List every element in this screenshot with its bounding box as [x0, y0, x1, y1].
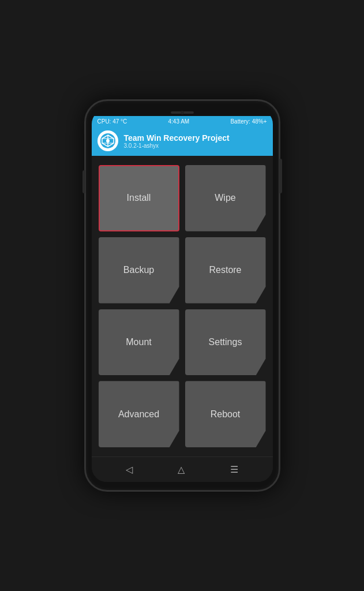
- battery-status: Battery: 48%+: [230, 118, 267, 125]
- camera-dot: [181, 111, 184, 114]
- reboot-button[interactable]: Reboot: [185, 381, 266, 447]
- svg-point-1: [106, 139, 110, 143]
- notch-area: [92, 109, 273, 116]
- twrp-logo-icon: [97, 130, 118, 151]
- back-button[interactable]: ◁: [120, 462, 138, 477]
- install-button[interactable]: Install: [99, 165, 179, 231]
- cpu-status: CPU: 47 °C: [97, 118, 127, 125]
- restore-button[interactable]: Restore: [185, 237, 266, 304]
- phone-device: CPU: 47 °C 4:43 AM Battery: 48%+ Team Wi…: [84, 99, 280, 492]
- menu-button[interactable]: ☰: [224, 462, 244, 477]
- advanced-button[interactable]: Advanced: [99, 381, 179, 447]
- nav-bar: ◁ △ ☰: [92, 457, 273, 482]
- home-button[interactable]: △: [172, 462, 190, 477]
- app-title: Team Win Recovery Project: [124, 133, 230, 143]
- mount-button[interactable]: Mount: [99, 309, 179, 376]
- app-header: Team Win Recovery Project 3.0.2-1-ashyx: [92, 127, 273, 156]
- settings-button[interactable]: Settings: [185, 309, 266, 376]
- time-status: 4:43 AM: [168, 118, 190, 125]
- status-bar: CPU: 47 °C 4:43 AM Battery: 48%+: [92, 116, 273, 127]
- wipe-button[interactable]: Wipe: [185, 165, 266, 231]
- app-title-group: Team Win Recovery Project 3.0.2-1-ashyx: [124, 133, 230, 149]
- main-menu: InstallWipeBackupRestoreMountSettingsAdv…: [92, 156, 273, 457]
- backup-button[interactable]: Backup: [99, 237, 179, 304]
- phone-screen: CPU: 47 °C 4:43 AM Battery: 48%+ Team Wi…: [92, 109, 273, 482]
- app-version: 3.0.2-1-ashyx: [124, 143, 230, 149]
